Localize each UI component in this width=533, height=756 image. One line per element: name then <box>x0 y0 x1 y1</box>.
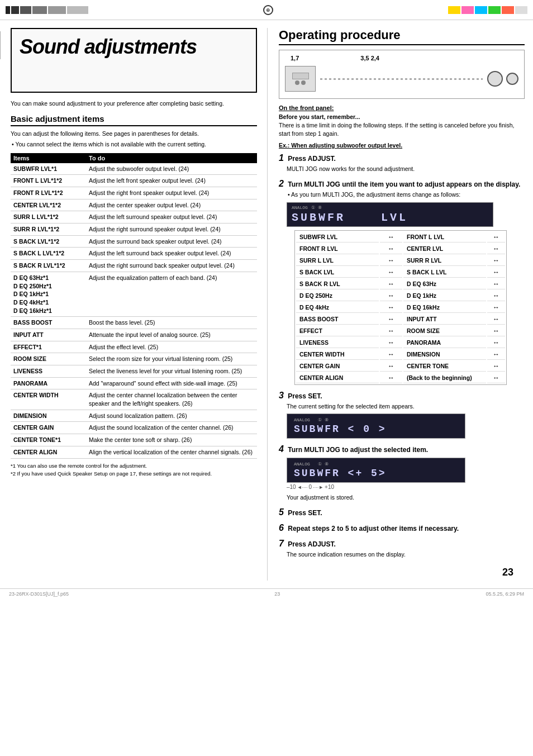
table-row-19: CENTER TONE*1Make the center tone soft o… <box>11 434 257 446</box>
device-illustration <box>285 64 518 94</box>
table-cell-item-6: S BACK LVL*1*2 <box>11 235 86 248</box>
step-3-title: 3 Press SET. <box>279 391 525 401</box>
yellow-block <box>448 6 460 14</box>
flow-arrow2-12: ↔ <box>487 373 505 383</box>
device-dashes <box>320 78 483 80</box>
green-block <box>488 6 501 14</box>
flow-arrow-3: ↔ <box>380 267 402 278</box>
table-header: Items To do <box>11 153 257 163</box>
table-cell-item-17: DIMENSION <box>11 410 86 422</box>
basic-section-title: Basic adjustment items <box>11 114 257 126</box>
step-5: 5 Press SET. <box>279 507 525 517</box>
table-row-8: S BACK R LVL*1*2Adjust the right surroun… <box>11 260 257 272</box>
flow-arrow2-6: ↔ <box>487 302 505 313</box>
table-cell-todo-15: Add "wraparound" sound effect with side-… <box>86 377 257 389</box>
table-row-10: BASS BOOSTBoost the bass level. (25) <box>11 317 257 329</box>
table-cell-todo-20: Align the vertical localization of the c… <box>86 446 257 458</box>
step3-display-inner: ANALOG ① ⑧ SUBWFR < 0 > <box>294 417 387 435</box>
footnote-2: *2 If you have used Quick Speaker Setup … <box>11 470 257 478</box>
flow-item-left-6: D EQ 4kHz <box>296 302 379 313</box>
scale-arrow-right: ····► <box>313 484 323 490</box>
flow-row-6: D EQ 4kHz↔D EQ 16kHz↔ <box>296 302 505 313</box>
flow-row-11: CENTER GAIN↔CENTER TONE↔ <box>296 361 505 372</box>
flow-item-left-1: FRONT R LVL <box>296 244 379 254</box>
flow-item-left-2: SURR L LVL <box>296 255 379 266</box>
bottom-right: 05.5.25, 6:29 PM <box>486 591 524 597</box>
step-1-desc: MULTI JOG now works for the sound adjust… <box>287 165 525 173</box>
ex-label: Ex.: When adjusting subwoofer output lev… <box>279 142 525 149</box>
display-analog: ANALOG <box>292 205 308 210</box>
step-4-title: 4 Turn MULTI JOG to adjust the selected … <box>279 444 525 454</box>
page-container: Sound adjustments You can make sound adj… <box>1 20 533 588</box>
flow-item-right-10: DIMENSION <box>403 349 486 360</box>
table-cell-item-13: ROOM SIZE <box>11 353 86 365</box>
table-row-17: DIMENSIONAdjust sound localization patte… <box>11 410 257 422</box>
flow-row-4: S BACK R LVL↔D EQ 63Hz↔ <box>296 279 505 289</box>
table-cell-item-20: CENTER ALIGN <box>11 446 86 458</box>
flow-arrow-8: ↔ <box>380 326 402 336</box>
table-cell-todo-8: Adjust the right surround back speaker o… <box>86 260 257 272</box>
step-label-2: 3,5 2,4 <box>360 55 379 61</box>
table-cell-todo-16: Adjust the center channel localization b… <box>86 389 257 410</box>
title-spacer <box>20 64 248 86</box>
flow-arrow-12: ↔ <box>380 373 402 383</box>
col-todo: To do <box>86 153 257 163</box>
device-display <box>292 73 309 79</box>
step3-display: ANALOG ① ⑧ SUBWFR < 0 > <box>287 413 465 439</box>
flow-arrow-9: ↔ <box>380 337 402 348</box>
flow-arrow2-5: ↔ <box>487 291 505 301</box>
table-cell-todo-13: Select the room size for your virtual li… <box>86 353 257 365</box>
main-layout-wrapper: Sound adjustments You can make sound adj… <box>0 20 533 588</box>
table-cell-todo-2: Adjust the right front speaker output le… <box>86 187 257 199</box>
footnote-1: *1 You can also use the remote control f… <box>11 462 257 470</box>
step-7-num: 7 <box>279 539 284 548</box>
step-3: 3 Press SET. The current setting for the… <box>279 391 525 439</box>
flow-items-table: SUBWFR LVL↔FRONT L LVL↔FRONT R LVL↔CENTE… <box>294 230 507 385</box>
flow-item-right-9: PANORAMA <box>403 337 486 348</box>
table-cell-todo-19: Make the center tone soft or sharp. (26) <box>86 434 257 446</box>
step-5-num: 5 <box>279 507 284 517</box>
flow-row-1: FRONT R LVL↔CENTER LVL↔ <box>296 244 505 254</box>
table-row-15: PANORAMAAdd "wraparound" sound effect wi… <box>11 377 257 389</box>
flow-item-right-8: ROOM SIZE <box>403 326 486 336</box>
table-row-11: INPUT ATTAttenuate the input level of an… <box>11 329 257 341</box>
display-circle1: ① ⑧ <box>311 205 322 210</box>
flow-item-right-1: CENTER LVL <box>403 244 486 254</box>
op-diagram-steps: 1,7 3,5 2,4 <box>285 55 518 61</box>
display-header: ANALOG ① ⑧ <box>292 205 488 210</box>
basic-note: • You cannot select the items which is n… <box>11 140 257 149</box>
step-4: 4 Turn MULTI JOG to adjust the selected … <box>279 444 525 502</box>
step-1: 1 Press ADJUST. MULTI JOG now works for … <box>279 153 525 173</box>
flow-item-right-5: D EQ 1kHz <box>403 291 486 301</box>
top-bar: ⊕ <box>0 0 533 20</box>
intro-text: You can make sound adjustment to your pr… <box>11 99 257 108</box>
table-cell-todo-3: Adjust the center speaker output level. … <box>86 199 257 211</box>
table-row-7: S BACK L LVL*1*2Adjust the left surround… <box>11 248 257 260</box>
block6 <box>67 6 88 14</box>
table-cell-item-5: SURR R LVL*1*2 <box>11 224 86 236</box>
step-6-num: 6 <box>279 523 284 532</box>
flow-arrow-11: ↔ <box>380 361 402 372</box>
step-2-num: 2 <box>279 179 284 188</box>
table-row-4: SURR L LVL*1*2Adjust the left surround s… <box>11 211 257 224</box>
table-cell-todo-7: Adjust the left surround back speaker ou… <box>86 248 257 260</box>
flow-arrow-5: ↔ <box>380 291 402 301</box>
table-cell-item-8: S BACK R LVL*1*2 <box>11 260 86 272</box>
device-btn2 <box>301 80 306 85</box>
table-cell-item-0: SUBWFR LVL*1 <box>11 163 86 175</box>
white-block <box>515 6 527 14</box>
black-gradient-blocks <box>6 6 88 14</box>
compass-icon: ⊕ <box>263 5 273 15</box>
flow-arrow-6: ↔ <box>380 302 402 313</box>
step-3-num: 3 <box>279 391 284 400</box>
red-block <box>502 6 514 14</box>
step4-disp-text: SUBWFR <+ 5> <box>294 468 387 479</box>
table-cell-item-18: CENTER GAIN <box>11 422 86 434</box>
flow-arrow2-7: ↔ <box>487 314 505 325</box>
pink-block <box>461 6 474 14</box>
table-row-1: FRONT L LVL*1*2Adjust the left front spe… <box>11 175 257 187</box>
scale-right: +10 <box>325 484 334 490</box>
block3 <box>20 6 31 14</box>
step-7: 7 Press ADJUST. The source indication re… <box>279 539 525 559</box>
block4 <box>32 6 47 14</box>
